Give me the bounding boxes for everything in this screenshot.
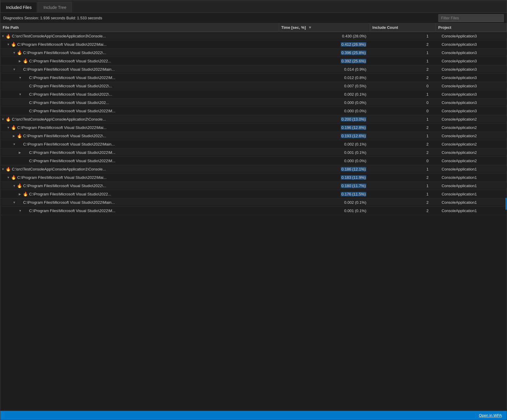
filter-input[interactable] xyxy=(438,14,504,22)
project-cell: ConsoleApplication3 xyxy=(436,73,507,82)
count-cell: 0 xyxy=(370,157,436,165)
file-path-cell: ▼🔥C:\Program Files\Microsoft Visual Stud… xyxy=(0,73,279,82)
project-cell: ConsoleApplication3 xyxy=(436,57,507,65)
col-file-path-label: File Path xyxy=(3,25,19,30)
count-cell: 2 xyxy=(370,140,436,148)
file-path-cell: ▼🔥C:\src\TestConsoleApp\ConsoleApplicati… xyxy=(0,32,279,40)
file-path-text: C:\Program Files\Microsoft Visual Studio… xyxy=(23,184,106,188)
file-path-cell: ▼🔥C:\Program Files\Microsoft Visual Stud… xyxy=(0,198,279,206)
time-cell: 0.196 (12.8%) xyxy=(279,123,370,132)
project-cell: ConsoleApplication1 xyxy=(436,206,507,215)
table-row: ▼🔥C:\Program Files\Microsoft Visual Stud… xyxy=(0,40,507,48)
file-path-cell: ▼🔥C:\Program Files\Microsoft Visual Stud… xyxy=(0,206,279,215)
file-path-text: C:\Program Files\Microsoft Visual Studio… xyxy=(17,175,107,180)
file-path-text: C:\Program Files\Microsoft Visual Studio… xyxy=(29,92,112,97)
file-path-text: C:\Program Files\Microsoft Visual Studio… xyxy=(23,134,106,138)
file-path-cell: 🔥C:\Program Files\Microsoft Visual Studi… xyxy=(0,82,279,90)
tree-toggle[interactable]: ▼ xyxy=(7,176,11,179)
tree-toggle[interactable]: ▶ xyxy=(13,134,17,138)
file-path-text: C:\src\TestConsoleApp\ConsoleApplication… xyxy=(12,167,106,171)
count-cell: 2 xyxy=(370,65,436,73)
time-value-highlighted: 0.392 (25.6%) xyxy=(341,59,366,63)
fire-icon: 🔥 xyxy=(6,117,11,121)
project-cell: ConsoleApplication2 xyxy=(436,157,507,165)
tree-toggle[interactable]: ▼ xyxy=(1,118,6,121)
tree-toggle[interactable]: ▼ xyxy=(1,34,6,38)
file-path-cell: ▶🔥C:\Program Files\Microsoft Visual Stud… xyxy=(0,190,279,198)
tree-toggle[interactable]: ▼ xyxy=(13,143,17,146)
project-cell: ConsoleApplication1 xyxy=(436,173,507,181)
tree-toggle[interactable]: ▼ xyxy=(19,76,23,79)
count-cell: 1 xyxy=(370,90,436,98)
table-row: ▼🔥C:\Program Files\Microsoft Visual Stud… xyxy=(0,140,507,148)
table-row: ▼🔥C:\Program Files\Microsoft Visual Stud… xyxy=(0,90,507,98)
file-path-cell: 🔥C:\Program Files\Microsoft Visual Studi… xyxy=(0,157,279,165)
tree-toggle[interactable]: ▼ xyxy=(1,168,6,171)
file-path-cell: 🔥C:\Program Files\Microsoft Visual Studi… xyxy=(0,107,279,115)
file-path-text: C:\Program Files\Microsoft Visual Studio… xyxy=(29,84,112,88)
tree-toggle[interactable]: ▶ xyxy=(19,192,23,196)
table-row: 🔥C:\Program Files\Microsoft Visual Studi… xyxy=(0,98,507,107)
table-row: ▼🔥C:\Program Files\Microsoft Visual Stud… xyxy=(0,206,507,215)
status-bar: Diagnostics Session: 1.936 seconds Build… xyxy=(0,13,507,23)
project-cell: ConsoleApplication2 xyxy=(436,140,507,148)
tree-toggle-empty xyxy=(19,159,23,162)
table-row: ▶🔥C:\Program Files\Microsoft Visual Stud… xyxy=(0,57,507,65)
project-cell: ConsoleApplication3 xyxy=(436,32,507,40)
table-body: ▼🔥C:\src\TestConsoleApp\ConsoleApplicati… xyxy=(0,32,507,215)
tree-toggle[interactable]: ▼ xyxy=(19,209,23,212)
tab-included-files[interactable]: Included Files xyxy=(0,2,37,12)
col-file-path[interactable]: File Path xyxy=(0,23,279,32)
tree-toggle[interactable]: ▼ xyxy=(7,126,11,129)
time-cell: 0.183 (11.9%) xyxy=(279,173,370,181)
tree-toggle[interactable]: ▼ xyxy=(19,93,23,96)
tree-toggle[interactable]: ▼ xyxy=(13,51,17,54)
count-cell: 1 xyxy=(370,132,436,140)
col-include-count[interactable]: Include Count xyxy=(370,23,436,32)
tree-toggle[interactable]: ▶ xyxy=(19,59,23,63)
table-row: ▼🔥C:\Program Files\Microsoft Visual Stud… xyxy=(0,123,507,132)
file-path-text: C:\Program Files\Microsoft Visual Studio… xyxy=(29,109,115,113)
count-cell: 2 xyxy=(370,173,436,181)
tree-toggle[interactable]: ▶ xyxy=(19,151,23,154)
tab-include-tree-label: Include Tree xyxy=(43,5,66,10)
tab-include-tree[interactable]: Include Tree xyxy=(38,2,72,12)
time-value-highlighted: 0.193 (12.6%) xyxy=(341,134,366,138)
time-cell: 0.180 (11.7%) xyxy=(279,181,370,190)
count-cell: 1 xyxy=(370,190,436,198)
tree-toggle[interactable]: ▼ xyxy=(13,201,17,204)
scrollbar-accent xyxy=(506,198,507,210)
file-path-cell: ▼🔥C:\Program Files\Microsoft Visual Stud… xyxy=(0,65,279,73)
time-cell: 0.200 (13.0%) xyxy=(279,115,370,123)
table-row: ▼🔥C:\src\TestConsoleApp\ConsoleApplicati… xyxy=(0,115,507,123)
tree-toggle[interactable]: ▼ xyxy=(7,43,11,46)
tree-toggle[interactable]: ▼ xyxy=(13,184,17,187)
fire-icon: 🔥 xyxy=(17,50,22,55)
table-row: ▼🔥C:\Program Files\Microsoft Visual Stud… xyxy=(0,181,507,190)
time-value: 0.007 (0.5%) xyxy=(279,82,370,90)
file-path-text: C:\Program Files\Microsoft Visual Studio… xyxy=(29,100,109,105)
tree-toggle[interactable]: ▼ xyxy=(13,68,17,71)
count-cell: 0 xyxy=(370,82,436,90)
col-project[interactable]: Project xyxy=(436,23,507,32)
table-row: ▶🔥C:\Program Files\Microsoft Visual Stud… xyxy=(0,190,507,198)
table-row: ▼🔥C:\Program Files\Microsoft Visual Stud… xyxy=(0,198,507,206)
open-in-wpa-link[interactable]: Open in WPA xyxy=(479,413,502,418)
time-value: 0.001 (0.1%) xyxy=(279,148,370,157)
fire-icon: 🔥 xyxy=(11,175,16,180)
count-cell: 1 xyxy=(370,165,436,173)
table-row: ▼🔥C:\Program Files\Microsoft Visual Stud… xyxy=(0,173,507,181)
time-cell: 0.396 (25.8%) xyxy=(279,48,370,57)
file-path-text: C:\Program Files\Microsoft Visual Studio… xyxy=(17,125,107,130)
table-wrapper[interactable]: File Path Time [sec, %] ▼ Include Count … xyxy=(0,23,507,411)
col-time-label: Time [sec, %] xyxy=(281,25,306,30)
time-cell: 0.392 (25.6%) xyxy=(279,57,370,65)
file-path-text: C:\Program Files\Microsoft Visual Studio… xyxy=(29,209,115,213)
count-cell: 1 xyxy=(370,48,436,57)
file-path-cell: ▼🔥C:\src\TestConsoleApp\ConsoleApplicati… xyxy=(0,115,279,123)
col-time[interactable]: Time [sec, %] ▼ xyxy=(279,23,370,32)
file-path-cell: ▼🔥C:\Program Files\Microsoft Visual Stud… xyxy=(0,173,279,181)
time-cell: 0.186 (12.1%) xyxy=(279,165,370,173)
file-path-cell: ▶🔥C:\Program Files\Microsoft Visual Stud… xyxy=(0,132,279,140)
count-cell: 1 xyxy=(370,181,436,190)
